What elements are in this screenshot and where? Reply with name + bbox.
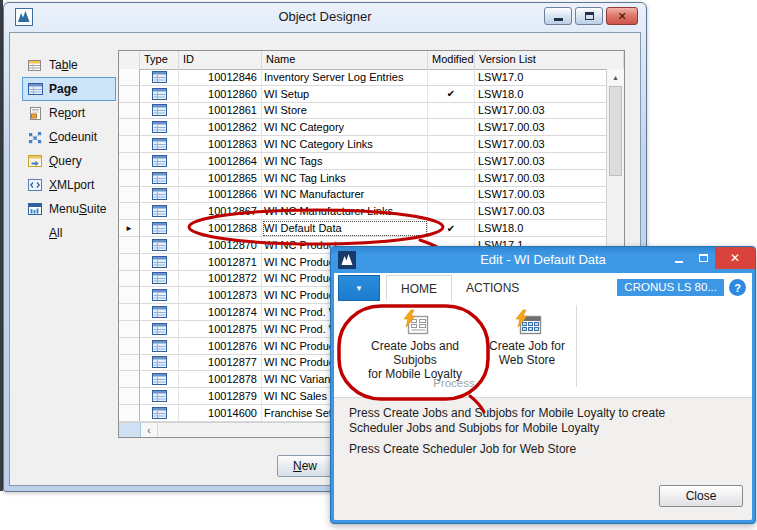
ribbon-group-divider bbox=[576, 305, 577, 387]
table-row[interactable]: 10012846Inventory Server Log EntriesLSW1… bbox=[119, 69, 607, 86]
scrollbar-thumb[interactable] bbox=[609, 86, 622, 176]
table-row[interactable]: 10012860WI Setup✔LSW18.0 bbox=[119, 86, 607, 103]
ribbon-button-create-jobs-and-subjobs[interactable]: Create Jobs and Subjobs for Mobile Loyal… bbox=[348, 304, 482, 382]
page-object-icon bbox=[152, 390, 167, 402]
table-row[interactable]: 10012867WI NC Manufacturer LinksLSW17.00… bbox=[119, 203, 607, 220]
page-object-icon bbox=[152, 373, 167, 385]
company-badge[interactable]: CRONUS LS 80... bbox=[617, 279, 724, 296]
table-row[interactable]: 10012861WI StoreLSW17.00.03 bbox=[119, 103, 607, 120]
minimize-icon bbox=[675, 261, 683, 263]
name-cell[interactable]: Inventory Server Log Entries bbox=[262, 69, 428, 86]
new-button[interactable]: New bbox=[277, 455, 333, 477]
maximize-icon bbox=[699, 254, 708, 262]
edit-window-body: Press Create Jobs and Subjobs for Mobile… bbox=[334, 398, 752, 520]
application-menu-button[interactable]: ▼ bbox=[338, 275, 380, 301]
header-modified: Modified bbox=[428, 51, 475, 69]
row-marker bbox=[119, 287, 140, 304]
name-cell[interactable]: WI NC Category Links bbox=[262, 136, 428, 153]
page-object-icon bbox=[152, 356, 167, 368]
object-designer-titlebar[interactable]: Object Designer ✕ bbox=[4, 3, 646, 31]
modified-cell bbox=[428, 103, 475, 120]
row-marker bbox=[119, 203, 140, 220]
minimize-button[interactable] bbox=[544, 7, 572, 25]
id-cell: 10012874 bbox=[179, 304, 262, 321]
type-cell bbox=[140, 388, 179, 405]
version-cell: LSW18.0 bbox=[475, 220, 607, 237]
version-cell: LSW18.0 bbox=[475, 86, 607, 103]
close-icon: ✕ bbox=[617, 11, 626, 22]
type-cell bbox=[140, 170, 179, 187]
name-cell[interactable]: WI NC Tags bbox=[262, 153, 428, 170]
table-row[interactable]: 10012863WI NC Category LinksLSW17.00.03 bbox=[119, 136, 607, 153]
sidebar-item-all[interactable]: All bbox=[22, 221, 116, 245]
page-object-icon bbox=[152, 306, 167, 318]
scroll-left-icon[interactable]: ‹ bbox=[141, 423, 158, 437]
table-row[interactable]: 10012864WI NC TagsLSW17.00.03 bbox=[119, 153, 607, 170]
id-cell: 10012863 bbox=[179, 136, 262, 153]
id-cell: 10012846 bbox=[179, 69, 262, 86]
sidebar-item-codeunit[interactable]: Codeunit bbox=[22, 125, 116, 149]
table-row[interactable]: 10012865WI NC Tag LinksLSW17.00.03 bbox=[119, 170, 607, 187]
sidebar-item-label: MenuSuite bbox=[49, 202, 106, 216]
close-button[interactable]: ✕ bbox=[715, 247, 755, 269]
type-cell bbox=[140, 187, 179, 204]
name-cell[interactable]: WI NC Manufacturer bbox=[262, 187, 428, 204]
id-cell: 10012864 bbox=[179, 153, 262, 170]
page-object-icon bbox=[152, 172, 167, 184]
ribbon-button-create-job-for[interactable]: Create Job for Web Store bbox=[482, 304, 572, 382]
sidebar-item-query[interactable]: Query bbox=[22, 149, 116, 173]
scroll-up-icon[interactable]: ▲ bbox=[607, 69, 624, 85]
id-cell: 10012878 bbox=[179, 371, 262, 388]
name-cell[interactable]: WI NC Category bbox=[262, 119, 428, 136]
id-cell: 10012871 bbox=[179, 254, 262, 271]
edit-window-titlebar[interactable]: Edit - WI Default Data ✕ bbox=[331, 247, 755, 273]
xmlport-icon bbox=[27, 178, 43, 192]
tab-actions[interactable]: ACTIONS bbox=[452, 275, 533, 301]
row-marker bbox=[119, 153, 140, 170]
name-cell[interactable]: WI NC Manufacturer Links bbox=[262, 203, 428, 220]
version-cell: LSW17.00.03 bbox=[475, 153, 607, 170]
sidebar-item-table[interactable]: Table bbox=[22, 53, 116, 77]
type-cell bbox=[140, 237, 179, 254]
id-cell: 10012873 bbox=[179, 287, 262, 304]
minimize-button[interactable] bbox=[667, 247, 691, 269]
object-type-sidebar: TablePageReportCodeunitQueryXMLportMenuS… bbox=[22, 53, 116, 245]
codeunit-icon bbox=[27, 130, 43, 144]
header-marker bbox=[119, 51, 140, 69]
page-object-icon bbox=[152, 205, 167, 217]
page-object-icon bbox=[152, 138, 167, 150]
modified-cell: ✔ bbox=[428, 86, 475, 103]
row-marker bbox=[119, 355, 140, 372]
maximize-button[interactable] bbox=[691, 247, 715, 269]
help-icon[interactable]: ? bbox=[729, 279, 746, 296]
id-cell: 10012876 bbox=[179, 338, 262, 355]
page-object-icon bbox=[152, 88, 167, 100]
modified-cell bbox=[428, 69, 475, 86]
table-row[interactable]: ►10012868WI Default Data✔LSW18.0 bbox=[119, 220, 607, 237]
restore-button[interactable] bbox=[575, 7, 603, 25]
tab-home[interactable]: HOME bbox=[386, 275, 452, 301]
sidebar-item-page[interactable]: Page bbox=[22, 77, 116, 101]
report-icon bbox=[27, 106, 43, 120]
row-marker bbox=[119, 304, 140, 321]
ribbon-button-group: Create Jobs and Subjobs for Mobile Loyal… bbox=[348, 304, 572, 382]
sidebar-item-menusuite[interactable]: MenuSuite bbox=[22, 197, 116, 221]
name-cell[interactable]: WI Setup bbox=[262, 86, 428, 103]
table-row[interactable]: 10012866WI NC ManufacturerLSW17.00.03 bbox=[119, 187, 607, 204]
table-row[interactable]: 10012862WI NC CategoryLSW17.00.03 bbox=[119, 119, 607, 136]
close-button[interactable]: ✕ bbox=[606, 7, 638, 25]
ribbon-tabs: HOMEACTIONS bbox=[386, 275, 533, 301]
name-cell[interactable]: WI NC Tag Links bbox=[262, 170, 428, 187]
page-object-icon bbox=[152, 104, 167, 116]
restore-icon bbox=[585, 12, 594, 20]
name-cell[interactable]: WI Default Data bbox=[262, 220, 428, 237]
sidebar-item-label: Page bbox=[49, 82, 78, 96]
row-marker bbox=[119, 388, 140, 405]
sidebar-item-report[interactable]: Report bbox=[22, 101, 116, 125]
name-cell[interactable]: WI Store bbox=[262, 103, 428, 120]
row-marker bbox=[119, 405, 140, 422]
type-cell bbox=[140, 103, 179, 120]
sidebar-item-xmlport[interactable]: XMLport bbox=[22, 173, 116, 197]
close-dialog-button[interactable]: Close bbox=[659, 485, 743, 507]
header-name: Name bbox=[262, 51, 428, 69]
